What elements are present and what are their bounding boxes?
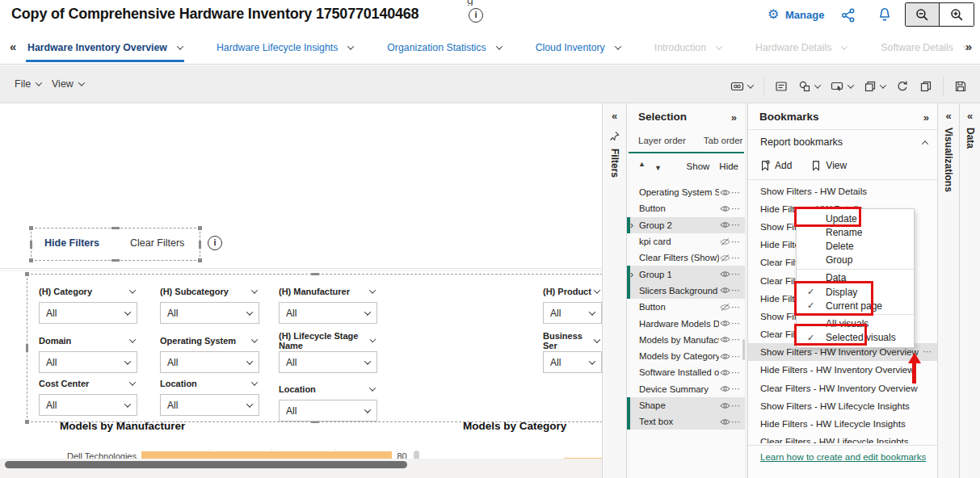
zoom-out-button[interactable] (906, 3, 940, 26)
layer-item[interactable]: › Models by Category ⋯ (627, 348, 745, 364)
layer-item[interactable]: › Hardware Models De... ⋯ (627, 315, 745, 331)
slicer-header[interactable]: Location (160, 375, 259, 392)
add-bookmark-button[interactable]: Add (760, 160, 792, 171)
report-bookmarks-section-label[interactable]: Report bookmarks (760, 136, 843, 148)
resize-handle[interactable] (199, 241, 201, 249)
context-menu-item[interactable]: ✓ Data (797, 271, 914, 285)
chevron-down-icon[interactable] (615, 43, 621, 49)
context-menu-item[interactable]: ✓ Delete (797, 239, 914, 253)
tabs-scroll-right-icon[interactable]: » (965, 40, 972, 53)
layer-item[interactable]: › Device Summary ⋯ (627, 381, 745, 397)
resize-handle[interactable] (111, 227, 120, 229)
page-tab[interactable]: Hardware Lifecycle Insights (217, 31, 353, 64)
selection-list-scrollbar[interactable] (742, 339, 745, 360)
chevron-down-icon[interactable] (716, 43, 722, 49)
more-options-icon[interactable]: ⋯ (923, 346, 932, 357)
layer-item[interactable]: › Group 1 ⋯ (627, 266, 745, 282)
pin-pane-icon[interactable] (609, 131, 620, 141)
resize-handle[interactable] (198, 258, 202, 262)
visibility-eye-icon[interactable] (719, 320, 731, 327)
more-options-icon[interactable]: ⋯ (731, 302, 741, 312)
hide-all-button[interactable]: Hide (719, 161, 738, 171)
page-tab[interactable]: Software Details (881, 31, 969, 64)
bar[interactable] (564, 458, 602, 459)
visual-interactions-button[interactable] (831, 80, 853, 93)
more-options-icon[interactable]: ⋯ (731, 220, 741, 230)
visibility-eye-off-icon[interactable] (719, 304, 731, 311)
page-layout-button[interactable] (864, 80, 885, 93)
resize-handle[interactable] (311, 273, 319, 275)
slicer-header[interactable]: Domain (39, 332, 137, 350)
duplicate-page-button[interactable] (919, 80, 932, 93)
bookmark-item[interactable]: Show Filters - HW Details ⋯ (748, 182, 938, 199)
page-tab[interactable]: Cloud Inventory (536, 31, 620, 64)
view-menu[interactable]: View (52, 78, 84, 90)
more-options-icon[interactable]: ⋯ (731, 237, 741, 247)
resize-handle[interactable] (26, 344, 28, 352)
visibility-eye-icon[interactable] (719, 336, 731, 343)
chevron-down-icon[interactable] (841, 43, 848, 49)
slicer-dropdown[interactable]: All (39, 351, 137, 373)
layer-item[interactable]: › Software Installed on ... ⋯ (627, 364, 745, 380)
visibility-eye-icon[interactable] (719, 205, 731, 212)
slicer-header[interactable]: (H) Subcategory (160, 283, 259, 300)
expand-data-pane-icon[interactable]: « (960, 110, 980, 122)
resize-handle[interactable] (30, 241, 32, 249)
bookmark-item[interactable]: Hide Filters - HW Inventory Overview ⋯ (748, 361, 938, 379)
context-menu-item[interactable]: ✓ Group (797, 254, 914, 267)
layer-item[interactable]: › Models by Manufact... ⋯ (627, 332, 745, 348)
bookmarks-help-link[interactable]: Learn how to create and edit bookmarks (760, 452, 926, 462)
selected-visual-frame[interactable]: Hide Filters Clear Filters (31, 228, 200, 261)
slicer-header[interactable]: Cost Center (39, 375, 137, 392)
refresh-button[interactable] (896, 80, 909, 93)
chart-vertical-scrollbar[interactable] (414, 451, 419, 459)
layer-item[interactable]: › Button ⋯ (627, 299, 745, 315)
canvas-horizontal-scrollbar[interactable] (5, 461, 407, 468)
visibility-eye-off-icon[interactable] (719, 254, 731, 262)
expand-filters-pane-icon[interactable]: « (603, 110, 626, 122)
tab-order-tab[interactable]: Tab order (704, 136, 743, 145)
gear-icon[interactable]: ⚙ (768, 7, 779, 22)
resize-handle[interactable] (29, 258, 33, 262)
collapse-bookmarks-pane-icon[interactable]: » (923, 111, 929, 124)
layer-item[interactable]: › Shape ⋯ (627, 397, 745, 413)
slicer-dropdown[interactable]: All (543, 302, 602, 324)
chevron-down-icon[interactable] (369, 287, 376, 293)
visibility-eye-icon[interactable] (719, 418, 731, 426)
slicer-dropdown[interactable]: All (39, 302, 137, 324)
visibility-eye-icon[interactable] (719, 385, 731, 392)
page-tab[interactable]: Hardware Details (755, 31, 847, 64)
view-bookmarks-button[interactable]: View (811, 160, 847, 171)
layer-item[interactable]: › Button ⋯ (627, 200, 745, 216)
visualizations-pane-label[interactable]: Visualizations (943, 128, 954, 192)
more-options-icon[interactable]: ⋯ (731, 269, 741, 279)
chevron-down-icon[interactable] (129, 287, 136, 293)
bookmark-item[interactable]: Clear Filters - HW Inventory Overview ⋯ (748, 379, 938, 396)
more-options-icon[interactable]: ⋯ (731, 334, 741, 345)
bookmark-item[interactable]: Show Filters - HW Lifecycle Insights ⋯ (748, 396, 938, 414)
more-options-icon[interactable]: ⋯ (731, 351, 741, 362)
chevron-down-icon[interactable] (347, 43, 354, 49)
report-canvas[interactable]: Hide Filters Clear Filters i (H) Categor… (0, 103, 602, 459)
page-tab[interactable]: Introduction (654, 31, 721, 64)
more-options-icon[interactable]: ⋯ (731, 253, 741, 263)
move-layer-up-icon[interactable]: ▲ (638, 160, 646, 168)
more-options-icon[interactable]: ⋯ (731, 417, 741, 427)
slicer-dropdown[interactable]: All (160, 351, 259, 373)
chevron-down-icon[interactable] (251, 336, 258, 342)
bookmark-item[interactable]: Hide Filters - HW Lifecycle Insights ⋯ (748, 414, 938, 432)
visibility-eye-icon[interactable] (719, 353, 731, 360)
context-menu-item[interactable]: ✓ Update (797, 212, 914, 225)
chevron-down-icon[interactable] (251, 287, 258, 293)
slicer-dropdown[interactable]: All (543, 351, 602, 373)
bookmark-item[interactable]: Clear Filters - HW Lifecycle Insights ⋯ (748, 433, 938, 443)
slicer-dropdown[interactable]: All (160, 394, 259, 416)
tabs-scroll-left-icon[interactable]: « (10, 40, 16, 53)
clear-filters-button[interactable]: Clear Filters (130, 237, 184, 249)
page-tab[interactable]: Hardware Inventory Overview (27, 31, 183, 64)
group-expand-chevron-icon[interactable]: › (630, 220, 633, 231)
resize-handle[interactable] (25, 272, 29, 276)
more-options-icon[interactable]: ⋯ (731, 318, 741, 329)
slicer-dropdown[interactable]: All (279, 351, 377, 373)
context-menu-item[interactable]: ✓ All visuals (797, 317, 914, 330)
